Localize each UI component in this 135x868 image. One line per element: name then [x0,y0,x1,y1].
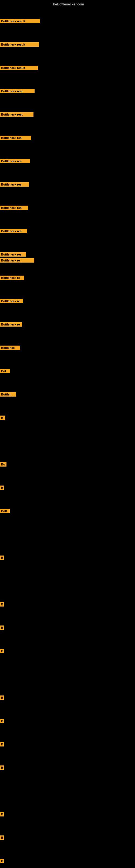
bottleneck-badge-9[interactable]: Bottleneck res [0,206,28,210]
bottleneck-badge-7[interactable]: Bottleneck res [0,159,30,163]
bottleneck-badge-32[interactable]: B [0,835,4,840]
bottleneck-badge-2[interactable]: Bottleneck result [0,42,39,46]
bottleneck-badge-5[interactable]: Bottleneck resu [0,112,34,117]
bottleneck-badge-27[interactable]: B [0,695,4,700]
bottleneck-badge-14[interactable]: Bottleneck re [0,299,23,303]
bottleneck-badge-25[interactable]: B [0,625,4,630]
bottleneck-badge-29[interactable]: B [0,742,4,746]
bottleneck-badge-31[interactable]: B [0,812,4,816]
site-title-text: TheBottlenecker.com [51,2,84,6]
bottleneck-badge-20[interactable]: Bo [0,462,6,467]
bottleneck-badge-4[interactable]: Bottleneck resu [0,89,35,93]
bottleneck-badge-17[interactable]: Bot [0,369,10,373]
bottleneck-badge-22[interactable]: Bott [0,509,10,513]
bottleneck-badge-21[interactable]: B [0,486,4,490]
bottleneck-badge-12[interactable]: Bottleneck re [0,258,34,262]
bottleneck-badge-19[interactable]: B [0,415,5,420]
bottleneck-badge-18[interactable]: Bottlen [0,392,16,397]
bottleneck-badge-28[interactable]: B [0,719,4,723]
bottleneck-badge-33[interactable]: B [0,859,4,863]
bottleneck-badge-8[interactable]: Bottleneck res [0,182,29,187]
bottleneck-badge-23[interactable]: B [0,556,4,560]
site-title: TheBottlenecker.com [0,1,135,7]
bottleneck-badge-24[interactable]: B [0,602,4,607]
bottleneck-badge-6[interactable]: Bottleneck res [0,135,31,140]
bottleneck-badge-3[interactable]: Bottleneck result [0,66,38,70]
bottleneck-badge-1[interactable]: Bottleneck result [0,19,40,23]
bottleneck-badge-13[interactable]: Bottleneck re [0,276,24,280]
bottleneck-badge-15[interactable]: Bottleneck re [0,322,22,327]
bottleneck-badge-11[interactable]: Bottleneck res [0,252,26,257]
bottleneck-badge-26[interactable]: B [0,649,4,653]
bottleneck-badge-10[interactable]: Bottleneck res [0,229,27,233]
bottleneck-badge-30[interactable]: B [0,766,4,770]
bottleneck-badge-16[interactable]: Bottlenec [0,346,20,350]
